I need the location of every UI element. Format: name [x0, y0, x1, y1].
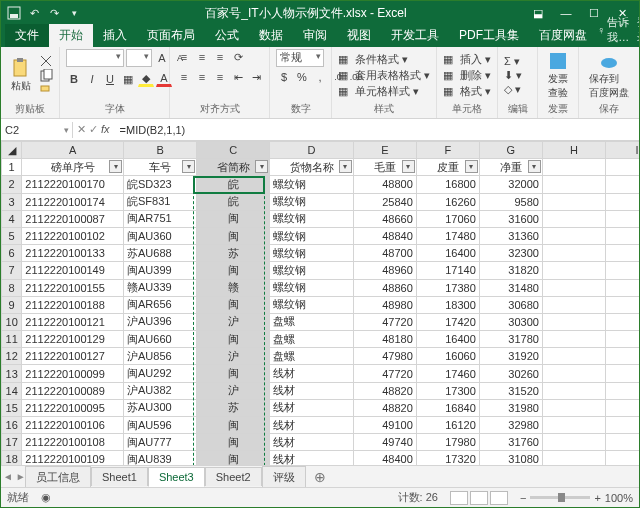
format-cells-button[interactable]: ▦格式 ▾: [443, 84, 491, 99]
row-header[interactable]: 6: [2, 245, 22, 262]
font-size-combo[interactable]: [126, 49, 152, 67]
filter-dropdown-icon[interactable]: ▾: [255, 160, 268, 173]
tab-pdf[interactable]: PDF工具集: [449, 24, 529, 47]
filter-header[interactable]: 省简称▾: [197, 159, 270, 176]
enter-formula-icon[interactable]: ✓: [89, 123, 98, 136]
row-header[interactable]: 17: [2, 434, 22, 451]
fapiao-button[interactable]: 发票 查验: [544, 49, 572, 102]
italic-button[interactable]: I: [84, 71, 100, 87]
table-row[interactable]: 22112220100170皖SD323皖螺纹钢488001680032000: [2, 176, 640, 193]
row-header[interactable]: 16: [2, 417, 22, 434]
table-row[interactable]: 82112220100155赣AU339赣螺纹钢488601738031480: [2, 279, 640, 296]
zoom-level[interactable]: 100%: [605, 492, 633, 504]
clear-button[interactable]: ◇ ▾: [504, 83, 522, 96]
filter-header[interactable]: 毛重▾: [353, 159, 416, 176]
table-row[interactable]: 52112220100102闽AU360闽螺纹钢488401748031360: [2, 227, 640, 244]
row-header[interactable]: 4: [2, 210, 22, 227]
indent-inc-icon[interactable]: ⇥: [248, 69, 264, 85]
zoom-out-icon[interactable]: −: [520, 492, 526, 504]
filter-dropdown-icon[interactable]: ▾: [528, 160, 541, 173]
filter-header[interactable]: 车号▾: [124, 159, 197, 176]
table-row[interactable]: 172112220100108闽AU777闽线材497401798031760: [2, 434, 640, 451]
table-row[interactable]: 62112220100133苏AU688苏螺纹钢487001640032300: [2, 245, 640, 262]
grow-font-icon[interactable]: A: [154, 50, 170, 66]
delete-cells-button[interactable]: ▦删除 ▾: [443, 68, 491, 83]
row-header[interactable]: 1: [2, 159, 22, 176]
copy-icon[interactable]: [39, 69, 53, 83]
sheet-tab[interactable]: 评级: [262, 466, 306, 488]
cancel-formula-icon[interactable]: ✕: [77, 123, 86, 136]
table-row[interactable]: 42112220100087闽AR751闽螺纹钢486601706031600: [2, 210, 640, 227]
filter-dropdown-icon[interactable]: ▾: [402, 160, 415, 173]
table-row[interactable]: 122112220100127沪AU856沪盘螺479801606031920: [2, 348, 640, 365]
tab-view[interactable]: 视图: [337, 24, 381, 47]
align-right-icon[interactable]: ≡: [212, 69, 228, 85]
sheet-tab[interactable]: Sheet1: [91, 467, 148, 486]
align-top-icon[interactable]: ≡: [176, 49, 192, 65]
align-middle-icon[interactable]: ≡: [194, 49, 210, 65]
filter-header[interactable]: 货物名称▾: [270, 159, 353, 176]
filter-header[interactable]: 皮重▾: [416, 159, 479, 176]
filter-header[interactable]: 净重▾: [479, 159, 542, 176]
fill-color-icon[interactable]: ◆: [138, 71, 154, 87]
row-header[interactable]: 18: [2, 451, 22, 465]
insert-cells-button[interactable]: ▦插入 ▾: [443, 52, 491, 67]
zoom-slider[interactable]: [530, 496, 590, 499]
align-bottom-icon[interactable]: ≡: [212, 49, 228, 65]
tab-layout[interactable]: 页面布局: [137, 24, 205, 47]
formula-input[interactable]: [114, 122, 639, 138]
minimize-icon[interactable]: —: [553, 3, 579, 23]
border-icon[interactable]: ▦: [120, 71, 136, 87]
row-header[interactable]: 7: [2, 262, 22, 279]
comma-icon[interactable]: ,: [312, 69, 328, 85]
table-row[interactable]: 142112220100089沪AU382沪线材488201730031520: [2, 382, 640, 399]
tab-file[interactable]: 文件: [5, 24, 49, 47]
sheet-nav[interactable]: ◄ ►: [3, 471, 26, 482]
select-all[interactable]: ◢: [2, 142, 22, 159]
row-header[interactable]: 15: [2, 399, 22, 416]
qat-more-icon[interactable]: ▾: [65, 4, 83, 22]
percent-icon[interactable]: %: [294, 69, 310, 85]
table-row[interactable]: 32112220100174皖SF831皖螺纹钢25840162609580: [2, 193, 640, 210]
filter-dropdown-icon[interactable]: ▾: [182, 160, 195, 173]
row-header[interactable]: 5: [2, 227, 22, 244]
conditional-format-button[interactable]: ▦条件格式 ▾: [338, 52, 430, 67]
table-row[interactable]: 112112220100129闽AU660闽盘螺481801640031780: [2, 331, 640, 348]
sheet-tab[interactable]: 员工信息: [25, 466, 91, 488]
row-header[interactable]: 3: [2, 193, 22, 210]
tab-data[interactable]: 数据: [249, 24, 293, 47]
table-row[interactable]: 92112220100188闽AR656闽螺纹钢489801830030680: [2, 296, 640, 313]
cell-styles-button[interactable]: ▦单元格样式 ▾: [338, 84, 430, 99]
orientation-icon[interactable]: ⟳: [230, 49, 246, 65]
name-box[interactable]: C2: [1, 122, 73, 138]
ribbon-options-icon[interactable]: ⬓: [525, 3, 551, 23]
add-sheet-button[interactable]: ⊕: [306, 469, 334, 485]
cut-icon[interactable]: [39, 54, 53, 68]
row-header[interactable]: 10: [2, 313, 22, 330]
sheet-tab[interactable]: Sheet2: [205, 467, 262, 486]
row-header[interactable]: 12: [2, 348, 22, 365]
indent-dec-icon[interactable]: ⇤: [230, 69, 246, 85]
currency-icon[interactable]: $: [276, 69, 292, 85]
save-baidu-button[interactable]: 保存到 百度网盘: [585, 49, 633, 102]
tab-review[interactable]: 审阅: [293, 24, 337, 47]
tab-insert[interactable]: 插入: [93, 24, 137, 47]
font-family-combo[interactable]: [66, 49, 124, 67]
table-row[interactable]: 152112220100095苏AU300苏线材488201684031980: [2, 399, 640, 416]
tell-me[interactable]: ♀ 告诉我…: [597, 15, 629, 45]
align-left-icon[interactable]: ≡: [176, 69, 192, 85]
sheet-tab-active[interactable]: Sheet3: [148, 467, 205, 487]
save-icon[interactable]: [5, 4, 23, 22]
number-format-combo[interactable]: 常规: [276, 49, 324, 67]
underline-button[interactable]: U: [102, 71, 118, 87]
format-as-table-button[interactable]: ▦套用表格格式 ▾: [338, 68, 430, 83]
tab-dev[interactable]: 开发工具: [381, 24, 449, 47]
paste-button[interactable]: 粘贴: [7, 56, 35, 95]
row-header[interactable]: 14: [2, 382, 22, 399]
table-row[interactable]: 162112220100106闽AU596闽线材491001612032980: [2, 417, 640, 434]
row-header[interactable]: 11: [2, 331, 22, 348]
column-headers[interactable]: ◢ A B C D E F G H I: [2, 142, 640, 159]
row-header[interactable]: 9: [2, 296, 22, 313]
table-row[interactable]: 182112220100109闽AU839闽线材484001732031080: [2, 451, 640, 465]
table-row[interactable]: 102112220100121沪AU396沪盘螺477201742030300: [2, 313, 640, 330]
